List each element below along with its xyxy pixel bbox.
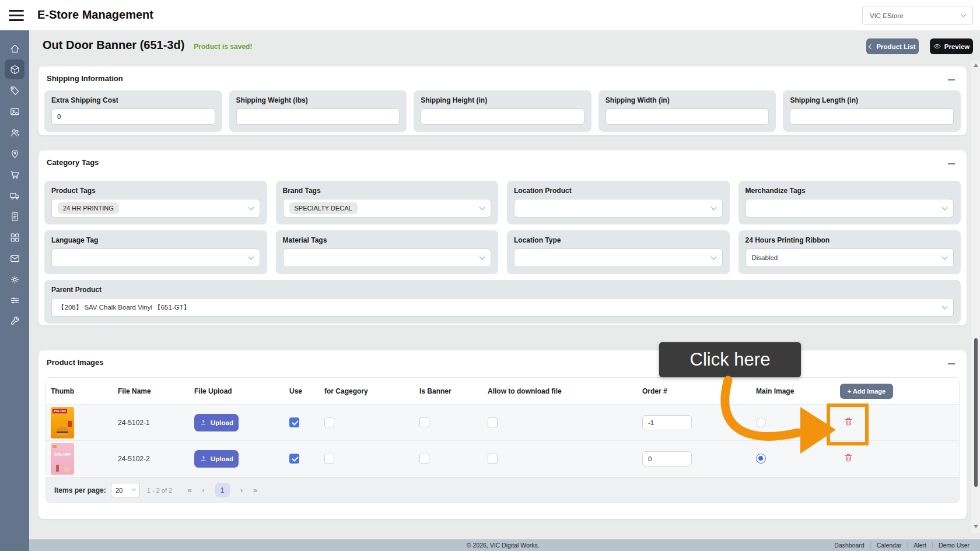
footer-link-demo-user[interactable]: Demo User bbox=[932, 542, 975, 549]
store-selector[interactable]: VIC EStore bbox=[862, 6, 973, 25]
app-title: E-Store Management bbox=[37, 8, 153, 22]
is-banner-checkbox-2[interactable] bbox=[419, 454, 429, 464]
allow-download-checkbox-2[interactable] bbox=[488, 454, 498, 464]
shipping-width-input[interactable] bbox=[606, 108, 769, 125]
sidebar-item-mail[interactable] bbox=[5, 248, 24, 268]
store-selector-value: VIC EStore bbox=[870, 12, 904, 19]
section-title-images: Product Images bbox=[47, 358, 104, 367]
extra-shipping-cost-input[interactable] bbox=[51, 108, 215, 125]
shipping-weight-input[interactable] bbox=[236, 108, 400, 125]
sidebar-item-home[interactable] bbox=[5, 38, 24, 58]
cart-icon bbox=[9, 169, 20, 180]
scroll-down-arrow-icon[interactable] bbox=[974, 525, 978, 528]
footer-link-calendar[interactable]: Calendar bbox=[870, 542, 908, 549]
scrollbar-thumb[interactable] bbox=[974, 338, 978, 487]
field-shipping-width: Shipping Width (in) bbox=[598, 90, 776, 132]
field-brand-tags: Brand Tags SPECIALTY DECAL bbox=[276, 181, 499, 224]
parent-product-select[interactable]: 【208】 SAV Chalk Board Vinyl 【651-GT】 bbox=[51, 298, 954, 317]
minus-icon bbox=[948, 363, 955, 364]
field-material-tags: Material Tags bbox=[276, 230, 499, 274]
add-image-button[interactable]: + Add Image bbox=[840, 384, 893, 399]
sidebar-item-invoices[interactable] bbox=[5, 206, 24, 226]
field-product-tags: Product Tags 24 HR PRINTING bbox=[44, 181, 267, 224]
delete-image-button-2[interactable] bbox=[844, 452, 959, 465]
main-image-radio-1[interactable] bbox=[756, 417, 766, 427]
page-title: Out Door Banner (651-3d) bbox=[43, 38, 184, 52]
minus-icon bbox=[948, 163, 955, 164]
chevron-left-icon bbox=[869, 44, 873, 48]
thumbnail-image-1: 25% OFF bbox=[51, 407, 74, 438]
sidebar-item-locations[interactable] bbox=[5, 143, 24, 163]
images-table: Thumb File Name File Upload Use for Cage… bbox=[46, 377, 960, 503]
preview-button[interactable]: Preview bbox=[930, 38, 973, 54]
field-shipping-height: Shipping Height (in) bbox=[414, 90, 592, 132]
map-pin-icon bbox=[9, 148, 20, 159]
sidebar-item-preferences[interactable] bbox=[5, 290, 24, 310]
mail-icon bbox=[9, 253, 20, 264]
chevron-down-icon bbox=[132, 487, 136, 491]
thumbnail-image-2: 50% OFF bbox=[51, 443, 74, 475]
field-location-product: Location Product bbox=[507, 181, 730, 224]
vertical-scrollbar[interactable] bbox=[971, 61, 980, 533]
sidebar-item-media[interactable] bbox=[5, 101, 24, 121]
sidebar-item-cart[interactable] bbox=[5, 164, 24, 184]
order-input-2[interactable] bbox=[642, 451, 692, 466]
sidebar-item-settings[interactable] bbox=[5, 269, 24, 289]
collapse-shipping-button[interactable] bbox=[948, 76, 956, 84]
sidebar-item-tools[interactable] bbox=[5, 311, 24, 331]
wrench-icon bbox=[9, 316, 20, 327]
sidebar-item-apps[interactable] bbox=[5, 227, 24, 247]
eye-icon bbox=[933, 43, 941, 50]
brand-tag-chip[interactable]: SPECIALTY DECAL bbox=[289, 202, 358, 214]
footer-link-alert[interactable]: Alert bbox=[907, 542, 932, 549]
gear-icon bbox=[9, 274, 20, 285]
next-page-button[interactable]: › bbox=[240, 486, 243, 494]
allow-download-checkbox-1[interactable] bbox=[488, 417, 498, 427]
footer-link-dashboard[interactable]: Dashboard bbox=[828, 542, 870, 549]
last-page-button[interactable]: » bbox=[253, 486, 257, 494]
hamburger-menu-icon[interactable] bbox=[9, 10, 24, 21]
use-checkbox-1[interactable] bbox=[289, 417, 299, 427]
copyright-text: © 2026, VIC Digital Works. bbox=[467, 542, 540, 549]
shipping-height-input[interactable] bbox=[421, 108, 584, 125]
order-input-1[interactable] bbox=[642, 415, 692, 430]
printing-ribbon-select[interactable]: Disabled bbox=[746, 248, 954, 267]
for-category-checkbox-2[interactable] bbox=[324, 454, 334, 464]
shipping-length-input[interactable] bbox=[790, 108, 954, 125]
location-product-select[interactable] bbox=[514, 199, 723, 217]
upload-button-1[interactable]: Upload bbox=[194, 414, 239, 431]
material-tags-select[interactable] bbox=[283, 248, 492, 267]
truck-icon bbox=[9, 190, 20, 201]
sidebar-nav bbox=[0, 30, 29, 551]
product-list-button[interactable]: Product List bbox=[866, 38, 919, 54]
sidebar-item-customers[interactable] bbox=[5, 122, 24, 142]
main-image-radio-2[interactable] bbox=[756, 454, 766, 464]
current-page-button[interactable]: 1 bbox=[215, 483, 230, 497]
page: E-Store Management VIC EStore Out Door B… bbox=[0, 0, 980, 551]
cube-icon bbox=[9, 64, 20, 75]
home-icon bbox=[9, 43, 20, 54]
first-page-button[interactable]: « bbox=[187, 486, 191, 494]
collapse-category-button[interactable] bbox=[948, 160, 956, 168]
items-per-page-select[interactable]: 20 bbox=[111, 483, 140, 497]
product-tags-select[interactable]: 24 HR PRINTING bbox=[51, 199, 260, 217]
sidebar-item-delivery[interactable] bbox=[5, 185, 24, 205]
language-tag-select[interactable] bbox=[51, 248, 260, 267]
sidebar-item-tags[interactable] bbox=[5, 80, 24, 100]
section-title-category: Category Tags bbox=[47, 158, 99, 167]
scroll-up-arrow-icon[interactable] bbox=[974, 64, 978, 67]
upload-button-2[interactable]: Upload bbox=[194, 450, 239, 468]
is-banner-checkbox-1[interactable] bbox=[419, 417, 429, 427]
product-tag-chip[interactable]: 24 HR PRINTING bbox=[58, 202, 119, 214]
use-checkbox-2[interactable] bbox=[289, 454, 299, 464]
for-category-checkbox-1[interactable] bbox=[324, 417, 334, 427]
prev-page-button[interactable]: ‹ bbox=[202, 486, 204, 494]
location-type-select[interactable] bbox=[514, 248, 723, 267]
collapse-images-button[interactable] bbox=[948, 360, 956, 368]
field-shipping-weight: Shipping Weight (lbs) bbox=[229, 90, 407, 132]
chevron-down-icon bbox=[480, 254, 485, 259]
sidebar-item-products[interactable] bbox=[5, 59, 24, 79]
brand-tags-select[interactable]: SPECIALTY DECAL bbox=[283, 199, 492, 217]
merchandize-tags-select[interactable] bbox=[746, 199, 954, 217]
document-icon bbox=[9, 211, 20, 222]
